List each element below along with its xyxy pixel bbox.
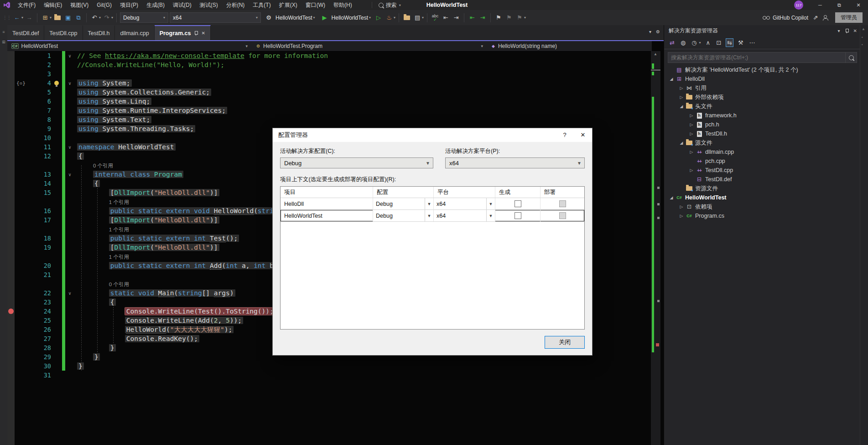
menu-item[interactable]: Git(G) [93, 0, 116, 10]
breakpoint-margin[interactable] [7, 316, 15, 325]
codelens-references[interactable]: 1 个引用 [109, 254, 129, 260]
tree-item[interactable]: ▷hpch.h [664, 120, 861, 129]
menu-item[interactable]: 窗口(W) [301, 0, 329, 10]
build-checkbox[interactable] [515, 212, 521, 219]
breakpoint-margin[interactable] [7, 51, 15, 60]
expander-closed-icon[interactable]: ▷ [688, 131, 695, 136]
save-button[interactable]: ▣ [63, 13, 73, 23]
deploy-checkbox[interactable] [559, 200, 566, 207]
fold-arrow-icon[interactable]: ∨ [65, 291, 74, 296]
chevron-down-icon[interactable]: ▾ [699, 41, 701, 45]
document-tab[interactable]: TestDll.cpp [44, 25, 83, 40]
chevron-down-icon[interactable]: ▾ [394, 16, 395, 20]
solution-explorer-search[interactable] [668, 52, 857, 63]
navigate-forward-button[interactable]: → [25, 13, 34, 23]
breakpoint-margin[interactable] [7, 279, 15, 288]
show-all-files-icon[interactable]: ⊡ [715, 39, 722, 47]
close-button[interactable]: ✕ [849, 0, 868, 10]
code-text[interactable]: using System.Collections.Generic; [74, 89, 651, 96]
navigate-forward-cursor-button[interactable]: ⇥ [452, 13, 461, 23]
panel-close-icon[interactable]: ✕ [853, 28, 857, 33]
menu-item[interactable]: 文件(F) [14, 0, 40, 10]
breakpoint-margin[interactable] [7, 325, 15, 334]
codelens-references[interactable]: 1 个引用 [109, 199, 129, 205]
codelens-references[interactable]: 0 个引用 [109, 282, 129, 287]
find-in-files-button[interactable] [402, 13, 411, 23]
menu-item[interactable]: 测试(S) [196, 0, 222, 10]
chevron-down-icon[interactable]: ▼ [486, 198, 495, 209]
expander-closed-icon[interactable]: ▷ [678, 86, 685, 90]
table-row[interactable]: HelloWorldTestDebug▼x64▼ [281, 210, 584, 222]
fold-arrow-icon[interactable]: ∨ [65, 53, 74, 58]
breakpoint-margin[interactable] [7, 298, 15, 307]
config-dropdown[interactable]: Debug▼ [373, 198, 434, 209]
breakpoint-margin[interactable] [7, 234, 15, 243]
menu-item[interactable]: 生成(B) [142, 0, 169, 10]
navigate-back-button[interactable]: ← [12, 13, 21, 23]
collapse-all-icon[interactable]: ∧ [705, 39, 712, 47]
undo-button[interactable]: ↶ [90, 13, 99, 23]
build-checkbox[interactable] [515, 200, 521, 207]
pending-changes-filter-icon[interactable]: ◍ [680, 39, 686, 47]
startup-project-dropdown[interactable]: ⚙ HelloWorldTest ▾ [262, 13, 317, 23]
breakpoint-margin[interactable] [7, 60, 15, 69]
menu-item[interactable]: 帮助(H) [329, 0, 356, 10]
chevron-down-icon[interactable]: ▾ [111, 16, 113, 20]
code-text[interactable]: } [74, 362, 651, 370]
menu-item[interactable]: 项目(P) [116, 0, 142, 10]
code-text[interactable]: using System.Runtime.InteropServices; [74, 107, 651, 114]
configuration-dropdown[interactable]: Debug ▾ [120, 12, 168, 23]
breakpoint-margin[interactable] [7, 79, 15, 88]
navigate-backward-cursor-button[interactable]: ⇤ [441, 13, 450, 23]
toggle-bookmark-button[interactable]: ⚑ [494, 13, 503, 23]
github-copilot-button[interactable]: GitHub Copilot ⇗ [763, 13, 828, 23]
expander-open-icon[interactable]: ◢ [678, 104, 685, 109]
code-text[interactable]: using System.Text; [74, 116, 651, 123]
menu-item[interactable]: 编辑(E) [40, 0, 66, 10]
share-icon[interactable]: ⇗ [811, 13, 820, 23]
menu-item[interactable]: 视图(V) [66, 0, 93, 10]
dialog-title-bar[interactable]: 配置管理器 ? ✕ [273, 128, 592, 142]
hot-reload-button[interactable]: ♨ [385, 13, 394, 23]
tree-item[interactable]: ⊟TestDll.def [664, 175, 861, 184]
new-project-button[interactable]: ⊞ [41, 13, 50, 23]
breakpoint-margin[interactable] [7, 106, 15, 115]
platform-dropdown[interactable]: x64 ▾ [170, 12, 261, 23]
breakpoint-margin[interactable] [7, 197, 15, 206]
breakpoint-margin[interactable] [7, 170, 15, 179]
active-platform-dropdown[interactable]: x64 ▼ [445, 157, 585, 168]
user-avatar[interactable]: 117 [794, 0, 803, 10]
dialog-close-icon[interactable]: ✕ [574, 128, 592, 142]
window-layout-button[interactable]: ▤ [413, 13, 422, 23]
tree-item[interactable]: ▷⊡依赖项 [664, 202, 861, 211]
previous-bookmark-button[interactable]: ⚑ [504, 13, 514, 23]
fold-arrow-icon[interactable]: ∨ [65, 145, 74, 150]
document-list-dropdown-icon[interactable]: ▾ [649, 29, 651, 34]
platform-dropdown[interactable]: x64▼ [434, 210, 495, 221]
code-text[interactable]: //Console.WriteLine("Hello, World!"); [74, 61, 651, 68]
expander-open-icon[interactable]: ◢ [678, 141, 685, 145]
start-without-debugging-button[interactable]: ▷ [374, 13, 383, 23]
document-tab[interactable]: Program.cs✕ [155, 25, 211, 40]
breakpoint-margin[interactable] [7, 152, 15, 161]
code-text[interactable]: // See https://aka.ms/new-console-templa… [74, 52, 651, 59]
tree-item[interactable]: ++pch.cpp [664, 157, 861, 166]
tree-item[interactable]: ▷++TestDll.cpp [664, 166, 861, 175]
menu-item[interactable]: 调试(D) [169, 0, 196, 10]
breakpoint-margin[interactable] [7, 343, 15, 352]
pin-icon[interactable] [845, 29, 849, 33]
tree-item[interactable]: ▷hTestDll.h [664, 129, 861, 138]
breakpoint-margin[interactable] [7, 243, 15, 252]
breakpoint-margin[interactable] [7, 270, 15, 279]
redo-button[interactable]: ↷ [102, 13, 111, 23]
server-explorer-tab-icon[interactable]: ⊞ [2, 40, 5, 44]
breakpoint-margin[interactable] [7, 288, 15, 298]
open-file-button[interactable] [53, 13, 62, 23]
maximize-button[interactable]: ⧉ [830, 0, 849, 10]
menu-item[interactable]: 工具(T) [249, 0, 275, 10]
tree-item[interactable]: ▷⋈引用 [664, 84, 861, 93]
fold-arrow-icon[interactable]: ∨ [65, 172, 74, 177]
expander-closed-icon[interactable]: ▷ [678, 95, 685, 99]
tree-item[interactable]: ◢C#HelloWorldTest [664, 193, 861, 202]
breakpoint-margin[interactable] [7, 115, 15, 124]
